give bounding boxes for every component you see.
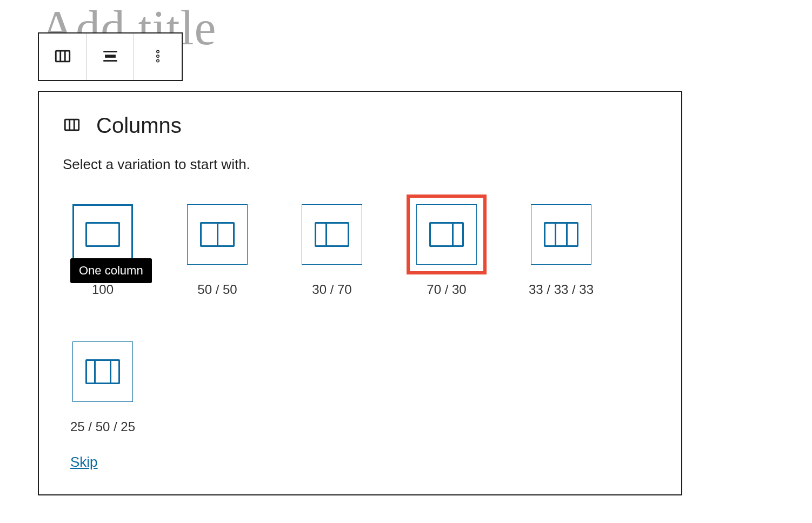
columns-layout-icon: [200, 222, 235, 247]
svg-point-6: [157, 50, 159, 53]
variation-30-70[interactable]: 30 / 70: [292, 195, 372, 297]
variation-50-50[interactable]: 50 / 50: [177, 195, 257, 297]
variation-preview: [302, 204, 362, 265]
columns-placeholder-panel: Columns Select a variation to start with…: [38, 91, 682, 495]
variation-label: 33 / 33 / 33: [529, 282, 594, 297]
skip-link[interactable]: Skip: [70, 454, 98, 471]
svg-rect-9: [65, 119, 79, 130]
columns-layout-icon: [85, 222, 120, 247]
block-type-button[interactable]: [39, 33, 86, 80]
variation-preview: [72, 341, 133, 402]
variation-highlight: [177, 195, 257, 274]
variation-highlight: [521, 195, 601, 274]
variation-70-30[interactable]: 70 / 30: [407, 195, 487, 297]
panel-header: Columns: [63, 113, 657, 138]
variations-list: 100One column50 / 5030 / 7070 / 3033 / 3…: [63, 195, 657, 434]
variation-preview: [416, 204, 477, 265]
svg-rect-0: [56, 51, 70, 62]
panel-instruction: Select a variation to start with.: [63, 156, 657, 173]
svg-point-7: [157, 55, 159, 57]
columns-layout-icon: [429, 222, 464, 247]
variation-label: 30 / 70: [312, 282, 351, 297]
variation-label: 25 / 50 / 25: [70, 419, 135, 434]
variation-preview: [187, 204, 248, 265]
variation-preview: [72, 204, 133, 265]
columns-layout-icon: [315, 222, 349, 247]
variation-label: 70 / 30: [427, 282, 466, 297]
columns-icon: [63, 116, 81, 136]
columns-layout-icon: [544, 222, 578, 247]
variation-highlight: [292, 195, 372, 274]
align-button[interactable]: [86, 33, 134, 80]
columns-layout-icon: [85, 359, 120, 384]
variation-100[interactable]: 100One column: [63, 195, 143, 297]
align-center-icon: [101, 47, 119, 67]
more-options-button[interactable]: [134, 33, 182, 80]
svg-point-8: [157, 59, 159, 62]
more-vertical-icon: [149, 47, 167, 67]
block-toolbar: [38, 32, 183, 81]
columns-icon: [54, 47, 72, 67]
variation-label: 50 / 50: [197, 282, 237, 297]
variation-25-50-25[interactable]: 25 / 50 / 25: [63, 332, 143, 434]
variation-preview: [531, 204, 591, 265]
panel-title: Columns: [96, 113, 182, 138]
variation-label: 100: [92, 282, 114, 297]
variation-tooltip: One column: [70, 258, 152, 283]
variation-highlight: [407, 195, 487, 274]
variation-highlight: [63, 332, 143, 412]
variation-33-33-33[interactable]: 33 / 33 / 33: [521, 195, 601, 297]
